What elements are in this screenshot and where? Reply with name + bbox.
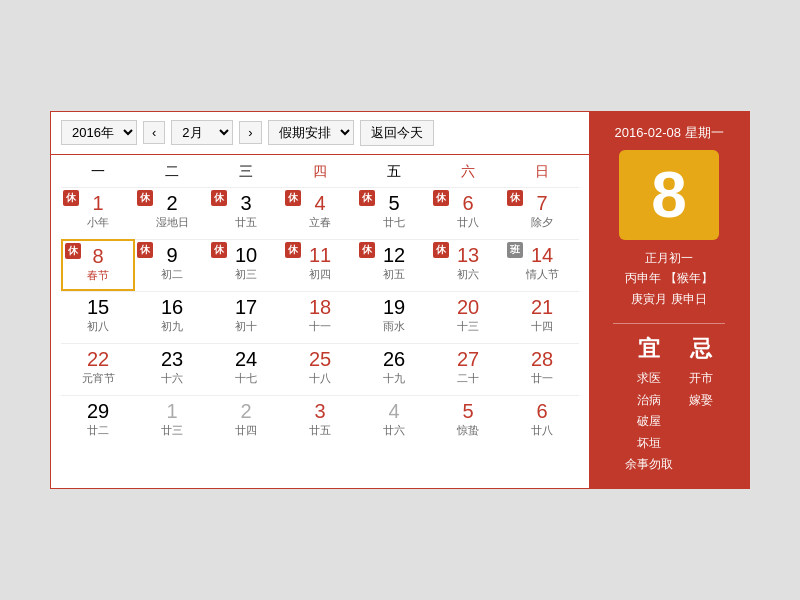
day-cell[interactable]: 28廿一 [505, 343, 579, 395]
rest-badge: 休 [359, 242, 375, 258]
rest-badge: 休 [211, 242, 227, 258]
lunar-label: 廿五 [285, 423, 355, 438]
year-select[interactable]: 2016年 [61, 120, 137, 145]
day-cell[interactable]: 班14情人节 [505, 239, 579, 291]
lunar-label: 十八 [285, 371, 355, 386]
day-cell[interactable]: 25十八 [283, 343, 357, 395]
day-cell[interactable]: 2廿四 [209, 395, 283, 447]
day-cell[interactable]: 休3廿五 [209, 187, 283, 239]
day-cell[interactable]: 休13初六 [431, 239, 505, 291]
rest-badge: 休 [285, 242, 301, 258]
day-cell[interactable]: 休7除夕 [505, 187, 579, 239]
day-cell[interactable]: 休11初四 [283, 239, 357, 291]
day-number: 24 [211, 347, 281, 371]
yi-item: 求医 [625, 368, 673, 390]
day-cell[interactable]: 休8春节 [61, 239, 135, 291]
day-cell[interactable]: 24十七 [209, 343, 283, 395]
lunar-label: 十六 [137, 371, 207, 386]
month-select[interactable]: 1月2月3月 4月5月6月 7月8月9月 10月11月12月 [171, 120, 233, 145]
day-cell[interactable]: 15初八 [61, 291, 135, 343]
lunar-label: 惊蛰 [433, 423, 503, 438]
lunar-label: 雨水 [359, 319, 429, 334]
day-cell[interactable]: 18十一 [283, 291, 357, 343]
days-grid: 休1小年休2湿地日休3廿五休4立春休5廿七休6廿八休7除夕休8春节休9初二休10… [51, 187, 589, 455]
lunar-label: 春节 [65, 268, 131, 283]
day-cell[interactable]: 6廿八 [505, 395, 579, 447]
lunar-label: 廿六 [359, 423, 429, 438]
weekday-wed: 三 [209, 159, 283, 185]
ji-item: 嫁娶 [689, 390, 713, 412]
lunar-label: 廿五 [211, 215, 281, 230]
day-number: 20 [433, 295, 503, 319]
lunar-label: 初九 [137, 319, 207, 334]
rest-badge: 休 [433, 190, 449, 206]
day-number: 6 [507, 399, 577, 423]
rp-big-num: 8 [619, 150, 719, 240]
day-number: 25 [285, 347, 355, 371]
day-cell[interactable]: 27二十 [431, 343, 505, 395]
weekday-sun: 日 [505, 159, 579, 185]
rest-badge: 休 [433, 242, 449, 258]
day-number: 18 [285, 295, 355, 319]
day-cell[interactable]: 休4立春 [283, 187, 357, 239]
day-number: 19 [359, 295, 429, 319]
day-number: 4 [359, 399, 429, 423]
lunar-label: 廿七 [359, 215, 429, 230]
day-cell[interactable]: 23十六 [135, 343, 209, 395]
lunar-label: 廿四 [211, 423, 281, 438]
day-cell[interactable]: 4廿六 [357, 395, 431, 447]
day-cell[interactable]: 休1小年 [61, 187, 135, 239]
weekday-mon: 一 [61, 159, 135, 185]
lunar-label: 立春 [285, 215, 355, 230]
calendar-main: 2016年 ‹ 1月2月3月 4月5月6月 7月8月9月 10月11月12月 ›… [51, 112, 589, 488]
day-cell[interactable]: 26十九 [357, 343, 431, 395]
lunar-label: 元宵节 [63, 371, 133, 386]
lunar-label: 十七 [211, 371, 281, 386]
rp-yi-ji: 宜 求医治病破屋坏垣余事勿取 忌 开市嫁娶 [625, 334, 713, 476]
day-number: 2 [211, 399, 281, 423]
day-cell[interactable]: 22元宵节 [61, 343, 135, 395]
day-number: 27 [433, 347, 503, 371]
lunar-label: 廿三 [137, 423, 207, 438]
weekday-thu: 四 [283, 159, 357, 185]
day-cell[interactable]: 19雨水 [357, 291, 431, 343]
day-cell[interactable]: 17初十 [209, 291, 283, 343]
lunar-label: 廿一 [507, 371, 577, 386]
rp-ji-label: 忌 [689, 334, 713, 364]
work-badge: 班 [507, 242, 523, 258]
lunar-label: 二十 [433, 371, 503, 386]
day-cell[interactable]: 1廿三 [135, 395, 209, 447]
rest-badge: 休 [137, 242, 153, 258]
day-cell[interactable]: 休9初二 [135, 239, 209, 291]
day-cell[interactable]: 休2湿地日 [135, 187, 209, 239]
rp-divider [613, 323, 725, 324]
today-button[interactable]: 返回今天 [360, 120, 434, 146]
holiday-select[interactable]: 假期安排 [268, 120, 354, 145]
lunar-label: 初四 [285, 267, 355, 282]
rp-lunar-info: 正月初一 丙申年 【猴年】 庚寅月 庚申日 [625, 248, 712, 309]
day-cell[interactable]: 5惊蛰 [431, 395, 505, 447]
rest-badge: 休 [285, 190, 301, 206]
rest-badge: 休 [507, 190, 523, 206]
day-cell[interactable]: 休5廿七 [357, 187, 431, 239]
day-cell[interactable]: 3廿五 [283, 395, 357, 447]
next-month-button[interactable]: › [239, 121, 261, 144]
day-cell[interactable]: 16初九 [135, 291, 209, 343]
yi-item: 破屋 [625, 411, 673, 433]
lunar-label: 初三 [211, 267, 281, 282]
day-cell[interactable]: 21十四 [505, 291, 579, 343]
rest-badge: 休 [359, 190, 375, 206]
prev-month-button[interactable]: ‹ [143, 121, 165, 144]
lunar-label: 情人节 [507, 267, 577, 282]
day-cell[interactable]: 29廿二 [61, 395, 135, 447]
day-cell[interactable]: 20十三 [431, 291, 505, 343]
right-panel: 2016-02-08 星期一 8 正月初一 丙申年 【猴年】 庚寅月 庚申日 宜… [589, 112, 749, 488]
rest-badge: 休 [65, 243, 81, 259]
day-cell[interactable]: 休12初五 [357, 239, 431, 291]
lunar-label: 廿八 [507, 423, 577, 438]
day-number: 3 [285, 399, 355, 423]
lunar-label: 初十 [211, 319, 281, 334]
lunar-label: 初八 [63, 319, 133, 334]
day-cell[interactable]: 休6廿八 [431, 187, 505, 239]
day-cell[interactable]: 休10初三 [209, 239, 283, 291]
